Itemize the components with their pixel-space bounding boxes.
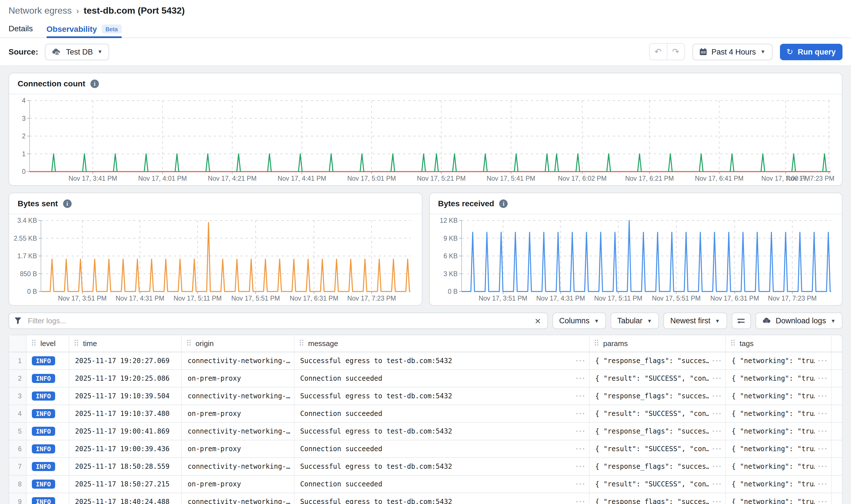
chevron-down-icon: ▼ — [647, 318, 652, 324]
filler-cell — [832, 352, 842, 370]
cell-message-text: Successful egress to test-db.com:5432 — [300, 392, 572, 400]
clear-filter-button[interactable]: ✕ — [533, 316, 542, 325]
svg-text:3 KB: 3 KB — [443, 270, 457, 277]
level-badge: INFO — [32, 409, 55, 418]
row-more-button[interactable]: ••• — [709, 394, 722, 399]
cell-tags-text: { "networking": "tru… — [732, 463, 814, 470]
drag-handle-icon[interactable] — [187, 339, 191, 348]
svg-text:3.4 KB: 3.4 KB — [17, 217, 37, 224]
table-row[interactable]: 8INFO2025-11-17 18:50:27.215on-prem-prox… — [9, 475, 842, 493]
row-more-button[interactable]: ••• — [572, 429, 586, 434]
row-more-button[interactable]: ••• — [814, 464, 828, 469]
row-more-button[interactable]: ••• — [814, 446, 828, 451]
cell-level: INFO — [27, 458, 69, 475]
cell-tags: { "networking": "tru…••• — [726, 405, 832, 423]
cell-params: { "result": "SUCCESS", "con…••• — [589, 475, 726, 493]
wrap-lines-button[interactable] — [731, 312, 751, 329]
bytes-charts-row: Bytes sent i 3.4 KB2.55 KB1.7 KB850 B0 B… — [8, 193, 843, 306]
breadcrumb-parent-link[interactable]: Network egress — [8, 6, 72, 16]
level-badge: INFO — [32, 462, 55, 471]
row-more-button[interactable]: ••• — [572, 394, 586, 399]
row-more-button[interactable]: ••• — [572, 411, 586, 416]
row-number-header — [9, 335, 27, 352]
table-row[interactable]: 4INFO2025-11-17 19:10:37.480on-prem-prox… — [9, 405, 842, 423]
table-row[interactable]: 5INFO2025-11-17 19:00:41.869connectivity… — [9, 423, 842, 440]
svg-text:Nov 17, 6:31 PM: Nov 17, 6:31 PM — [710, 294, 759, 302]
filter-logs-input[interactable] — [27, 316, 528, 326]
row-more-button[interactable]: ••• — [572, 464, 586, 469]
row-more-button[interactable]: ••• — [572, 499, 586, 504]
bytes-received-title: Bytes received — [438, 199, 494, 208]
drag-handle-icon[interactable] — [32, 339, 36, 348]
drag-handle-icon[interactable] — [74, 339, 78, 348]
level-badge: INFO — [32, 444, 55, 453]
cell-time: 2025-11-17 19:10:37.480 — [69, 405, 182, 423]
tab-details[interactable]: Details — [8, 22, 33, 37]
cell-params-text: { "response_flags": "succes… — [595, 463, 709, 470]
table-row[interactable]: 7INFO2025-11-17 18:50:28.559connectivity… — [9, 458, 842, 475]
cell-message-text: Successful egress to test-db.com:5432 — [300, 357, 572, 365]
row-more-button[interactable]: ••• — [709, 482, 722, 487]
time-range-select[interactable]: Past 4 Hours ▼ — [692, 43, 772, 60]
table-row[interactable]: 1INFO2025-11-17 19:20:27.069connectivity… — [9, 352, 842, 370]
row-more-button[interactable]: ••• — [572, 482, 586, 487]
cell-message: Connection succeeded••• — [295, 475, 589, 493]
download-logs-button[interactable]: Download logs ▼ — [755, 312, 843, 329]
row-more-button[interactable]: ••• — [709, 411, 722, 416]
drag-handle-icon[interactable] — [300, 339, 304, 348]
drag-handle-icon[interactable] — [731, 339, 735, 348]
svg-text:Nov 17, 6:31 PM: Nov 17, 6:31 PM — [290, 294, 338, 302]
page-header: Network egress › test-db.com (Port 5432)… — [0, 0, 851, 38]
undo-button[interactable]: ↶ — [650, 44, 667, 60]
row-more-button[interactable]: ••• — [709, 376, 722, 381]
redo-button[interactable]: ↷ — [667, 44, 684, 60]
column-header-message[interactable]: message — [295, 335, 589, 352]
info-icon[interactable]: i — [63, 199, 72, 208]
filter-logs-box: ✕ — [8, 312, 548, 329]
column-header-tags[interactable]: tags — [726, 335, 832, 352]
cell-origin: connectivity-networking-… — [182, 458, 295, 475]
table-row[interactable]: 6INFO2025-11-17 19:00:39.436on-prem-prox… — [9, 440, 842, 458]
table-row[interactable]: 9INFO2025-11-17 18:40:24.488connectivity… — [9, 493, 842, 504]
cell-level: INFO — [27, 493, 69, 504]
view-mode-select[interactable]: Tabular ▼ — [610, 312, 659, 329]
source-select[interactable]: Test DB ▼ — [45, 43, 109, 60]
column-header-level[interactable]: level — [27, 335, 69, 352]
row-more-button[interactable]: ••• — [572, 358, 586, 363]
sort-order-select[interactable]: Newest first ▼ — [663, 312, 727, 329]
cell-origin: connectivity-networking-… — [182, 493, 295, 504]
column-header-origin[interactable]: origin — [182, 335, 295, 352]
run-query-button[interactable]: ↻ Run query — [780, 43, 843, 60]
row-more-button[interactable]: ••• — [709, 429, 722, 434]
cell-tags: { "networking": "tru…••• — [726, 388, 832, 405]
bytes-sent-header: Bytes sent i — [9, 193, 422, 214]
svg-text:9 KB: 9 KB — [443, 235, 457, 242]
row-more-button[interactable]: ••• — [709, 499, 722, 504]
columns-select[interactable]: Columns ▼ — [552, 312, 606, 329]
row-more-button[interactable]: ••• — [814, 429, 828, 434]
row-more-button[interactable]: ••• — [814, 394, 828, 399]
row-more-button[interactable]: ••• — [814, 482, 828, 487]
row-more-button[interactable]: ••• — [709, 464, 722, 469]
drag-handle-icon[interactable] — [595, 339, 599, 348]
column-header-params[interactable]: params — [589, 335, 726, 352]
info-icon[interactable]: i — [499, 199, 508, 208]
table-row[interactable]: 3INFO2025-11-17 19:10:39.504connectivity… — [9, 388, 842, 405]
row-more-button[interactable]: ••• — [814, 411, 828, 416]
filler-header-cell — [832, 335, 842, 352]
svg-text:Nov 17, 4:31 PM: Nov 17, 4:31 PM — [116, 294, 164, 302]
table-row[interactable]: 2INFO2025-11-17 19:20:25.086on-prem-prox… — [9, 370, 842, 388]
row-more-button[interactable]: ••• — [572, 446, 586, 451]
row-more-button[interactable]: ••• — [814, 499, 828, 504]
row-more-button[interactable]: ••• — [709, 358, 722, 363]
info-icon[interactable]: i — [90, 79, 99, 88]
row-more-button[interactable]: ••• — [814, 358, 828, 363]
row-more-button[interactable]: ••• — [814, 376, 828, 381]
row-more-button[interactable]: ••• — [572, 376, 586, 381]
column-header-time[interactable]: time — [69, 335, 182, 352]
bytes-sent-card: Bytes sent i 3.4 KB2.55 KB1.7 KB850 B0 B… — [8, 193, 422, 306]
column-header-label: message — [308, 339, 338, 348]
tab-observability[interactable]: Observability Beta — [47, 22, 122, 38]
beta-badge: Beta — [102, 24, 122, 34]
row-more-button[interactable]: ••• — [709, 446, 722, 451]
